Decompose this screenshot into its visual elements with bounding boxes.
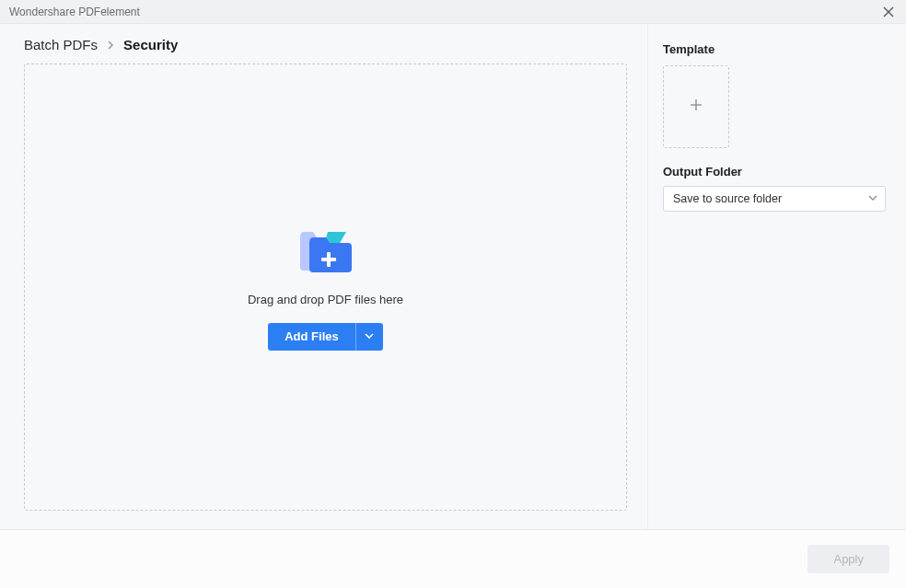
breadcrumb-current: Security xyxy=(123,37,178,52)
drop-hint-text: Drag and drop PDF files here xyxy=(248,293,403,306)
right-pane: Template Output Folder Save to source fo… xyxy=(648,24,906,529)
breadcrumb: Batch PDFs Security xyxy=(24,37,627,52)
template-label: Template xyxy=(663,42,886,56)
add-files-menu-button[interactable] xyxy=(355,323,383,351)
output-folder-select[interactable]: Save to source folder xyxy=(663,186,886,212)
breadcrumb-root[interactable]: Batch PDFs xyxy=(24,37,98,52)
folder-plus-icon xyxy=(296,225,355,276)
footer: Apply xyxy=(0,529,906,588)
drop-zone[interactable]: Drag and drop PDF files here Add Files xyxy=(24,63,627,511)
left-pane: Batch PDFs Security Dra xyxy=(0,24,648,529)
chevron-right-icon xyxy=(107,37,114,52)
chevron-down-icon xyxy=(868,192,877,205)
template-section: Template xyxy=(663,42,886,148)
add-template-button[interactable] xyxy=(663,65,729,148)
window-title: Wondershare PDFelement xyxy=(9,6,140,18)
output-folder-section: Output Folder Save to source folder xyxy=(663,165,886,212)
output-folder-value: Save to source folder xyxy=(673,192,782,205)
title-bar: Wondershare PDFelement xyxy=(0,0,906,24)
add-files-group: Add Files xyxy=(268,323,383,351)
plus-icon xyxy=(690,98,703,115)
svg-rect-3 xyxy=(321,258,336,261)
apply-button[interactable]: Apply xyxy=(807,545,889,573)
close-icon[interactable] xyxy=(880,4,897,20)
add-files-button[interactable]: Add Files xyxy=(268,323,355,351)
chevron-down-icon xyxy=(365,329,374,343)
output-folder-label: Output Folder xyxy=(663,165,886,179)
